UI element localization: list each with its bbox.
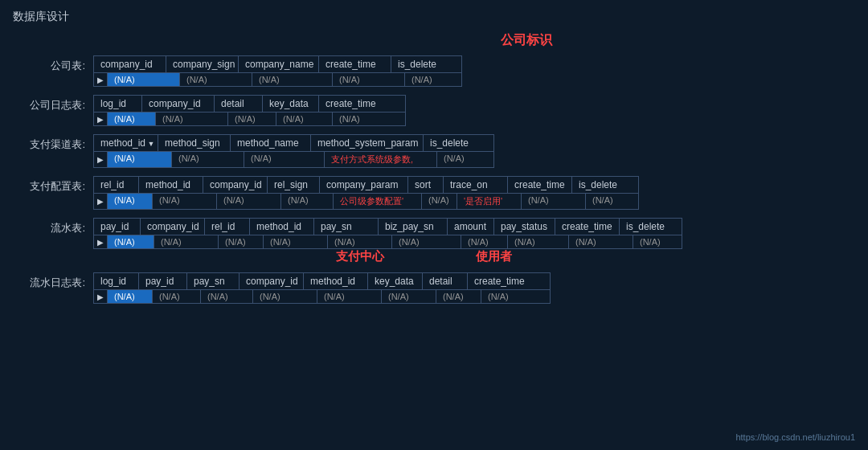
col-create_time: create_time	[319, 96, 391, 112]
cell-company_id: (N/A)	[253, 290, 317, 303]
cell-create_time: (N/A)	[333, 112, 405, 125]
col-key_data: key_data	[263, 96, 319, 112]
cell-pay_id: (N/A)	[108, 235, 154, 248]
col-pay_status: pay_status	[494, 219, 555, 235]
cell-method_name: (N/A)	[244, 152, 325, 167]
paychan-table-header: method_id method_sign method_name method…	[94, 135, 493, 152]
center-labels-row: 支付中心 使用者	[108, 249, 682, 264]
cell-rel_id: (N/A)	[219, 235, 264, 248]
company-data-row: (N/A) (N/A) (N/A) (N/A) (N/A)	[108, 73, 461, 86]
cell-company_id: (N/A)	[156, 112, 228, 125]
center-label-spacer2	[392, 249, 461, 264]
cell-rel_id: (N/A)	[108, 194, 153, 209]
col-method_id: method_id	[304, 273, 368, 289]
cell-pay_sn: (N/A)	[328, 235, 392, 248]
col-pay_id: pay_id	[139, 273, 187, 289]
col-key_data: key_data	[368, 273, 423, 289]
trans-table-header: pay_id company_id rel_id method_id pay_s…	[94, 219, 682, 235]
complog-table-header: log_id company_id detail key_data create…	[94, 96, 405, 112]
cell-pay_sn: (N/A)	[201, 290, 253, 303]
col-biz_pay_sn: biz_pay_sn	[379, 219, 448, 235]
translog-data-row: (N/A) (N/A) (N/A) (N/A) (N/A) (N/A) (N/A…	[108, 290, 550, 303]
col-company_id: company_id	[141, 219, 205, 235]
pay-config-table: rel_id method_id company_id rel_sign com…	[93, 176, 639, 210]
payconf-table-body: ▶ (N/A) (N/A) (N/A) (N/A) 公司级参数配置' (N/A)…	[94, 194, 638, 209]
cell-log_id: (N/A)	[108, 112, 156, 125]
cell-method_id: (N/A)	[153, 194, 217, 209]
cell-is_delete: (N/A)	[437, 152, 493, 167]
company-log-table: log_id company_id detail key_data create…	[93, 95, 406, 126]
transaction-table-row: 流水表: pay_id company_id rel_id method_id …	[13, 218, 855, 264]
company-table-body: ▶ (N/A) (N/A) (N/A) (N/A) (N/A)	[94, 73, 461, 86]
company-table-label: 公司表:	[13, 55, 93, 73]
col-create_time: create_time	[468, 273, 536, 289]
col-method_name: method_name	[231, 135, 311, 151]
transaction-label: 流水表:	[13, 218, 93, 235]
cell-detail: (N/A)	[436, 290, 481, 303]
cell-method_id: (N/A)	[108, 152, 172, 167]
col-method_id: method_id	[94, 135, 158, 151]
transaction-log-label: 流水日志表:	[13, 272, 93, 290]
transaction-table-wrapper: pay_id company_id rel_id method_id pay_s…	[93, 218, 682, 264]
page-title: 数据库设计	[13, 10, 855, 24]
col-trace_on: trace_on	[444, 177, 508, 193]
transaction-log-table: log_id pay_id pay_sn company_id method_i…	[93, 272, 551, 304]
cell-company_id: (N/A)	[217, 194, 281, 209]
watermark: https://blog.csdn.net/liuzhirou1	[735, 432, 855, 442]
col-rel_id: rel_id	[205, 219, 250, 235]
col-company_name: company_name	[239, 56, 319, 72]
col-method_id: method_id	[139, 177, 203, 193]
col-detail: detail	[423, 273, 468, 289]
company-table: company_id company_sign company_name cre…	[93, 55, 462, 87]
cell-biz_pay_sn: (N/A)	[392, 235, 461, 248]
company-table-header: company_id company_sign company_name cre…	[94, 56, 461, 73]
paychan-data-row: (N/A) (N/A) (N/A) 支付方式系统级参数, (N/A)	[108, 152, 493, 167]
complog-table-body: ▶ (N/A) (N/A) (N/A) (N/A) (N/A)	[94, 112, 405, 125]
col-company_param: company_param	[320, 177, 408, 193]
cell-is_delete: (N/A)	[633, 235, 682, 248]
cell-method_id: (N/A)	[317, 290, 382, 303]
col-company_id: company_id	[240, 273, 304, 289]
cell-is_delete: (N/A)	[405, 73, 461, 86]
col-create_time: create_time	[555, 219, 620, 235]
row-arrow: ▶	[94, 73, 108, 86]
col-pay_sn: pay_sn	[187, 273, 240, 289]
col-company_id: company_id	[203, 177, 268, 193]
center-label-user: 使用者	[461, 249, 526, 264]
row-arrow: ▶	[94, 112, 108, 125]
transaction-table: pay_id company_id rel_id method_id pay_s…	[93, 218, 682, 249]
center-label-spacer	[108, 249, 328, 264]
cell-pay_status: (N/A)	[508, 235, 569, 248]
cell-create_time: (N/A)	[522, 194, 586, 209]
col-sort: sort	[408, 177, 444, 193]
col-company_id: company_id	[142, 96, 215, 112]
complog-data-row: (N/A) (N/A) (N/A) (N/A) (N/A)	[108, 112, 405, 125]
transaction-log-table-row: 流水日志表: log_id pay_id pay_sn company_id m…	[13, 272, 855, 304]
cell-key_data: (N/A)	[276, 112, 333, 125]
cell-detail: (N/A)	[228, 112, 276, 125]
payconf-table-header: rel_id method_id company_id rel_sign com…	[94, 177, 638, 194]
row-arrow: ▶	[94, 194, 108, 209]
cell-method_sign: (N/A)	[172, 152, 244, 167]
center-label-paycenter: 支付中心	[328, 249, 392, 264]
pay-config-label: 支付配置表:	[13, 176, 93, 194]
col-method_id: method_id	[250, 219, 314, 235]
cell-create_time: (N/A)	[569, 235, 633, 248]
col-rel_id: rel_id	[94, 177, 139, 193]
col-rel_sign: rel_sign	[268, 177, 320, 193]
cell-company_name: (N/A)	[252, 73, 333, 86]
row-arrow: ▶	[94, 235, 108, 248]
col-log_id: log_id	[94, 96, 142, 112]
col-detail: detail	[215, 96, 263, 112]
col-is_delete: is_delete	[572, 177, 624, 193]
cell-company_id: (N/A)	[154, 235, 219, 248]
pay-config-table-row: 支付配置表: rel_id method_id company_id rel_s…	[13, 176, 855, 210]
company-badge: 公司标识	[198, 32, 855, 49]
col-amount: amount	[448, 219, 494, 235]
cell-log_id: (N/A)	[108, 290, 153, 303]
col-company_id: company_id	[94, 56, 166, 72]
cell-sort: (N/A)	[422, 194, 457, 209]
col-method_sign: method_sign	[158, 135, 231, 151]
col-is_delete: is_delete	[391, 56, 448, 72]
cell-company_param: 公司级参数配置'	[334, 194, 422, 209]
